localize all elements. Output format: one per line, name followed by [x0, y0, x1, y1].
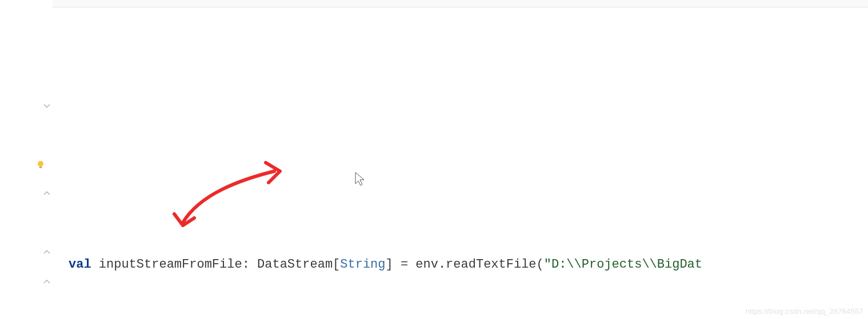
string-literal: "D:\\Projects\\BigDat: [544, 250, 702, 280]
code-editor[interactable]: val inputStreamFromFile: DataStream[Stri…: [0, 0, 868, 319]
code-text: inputStreamFromFile: DataStream[: [91, 250, 341, 280]
fold-close-icon[interactable]: [43, 248, 51, 256]
code-line[interactable]: [53, 102, 868, 131]
fold-open-icon[interactable]: [43, 102, 51, 110]
code-line[interactable]: val inputStreamFromFile: DataStream[Stri…: [53, 250, 868, 280]
type-name: String: [340, 250, 385, 280]
watermark-text: https://blog.csdn.net/qq_28764557: [746, 307, 863, 316]
fold-close-icon[interactable]: [43, 278, 51, 286]
keyword: val: [69, 250, 91, 280]
gutter: [0, 0, 53, 319]
fold-close-icon[interactable]: [43, 189, 51, 197]
svg-rect-1: [39, 167, 42, 168]
svg-point-0: [38, 161, 43, 167]
code-area[interactable]: val inputStreamFromFile: DataStream[Stri…: [53, 0, 868, 319]
code-text: ] = env.readTextFile(: [386, 250, 544, 280]
intention-bulb-icon[interactable]: [35, 160, 46, 170]
